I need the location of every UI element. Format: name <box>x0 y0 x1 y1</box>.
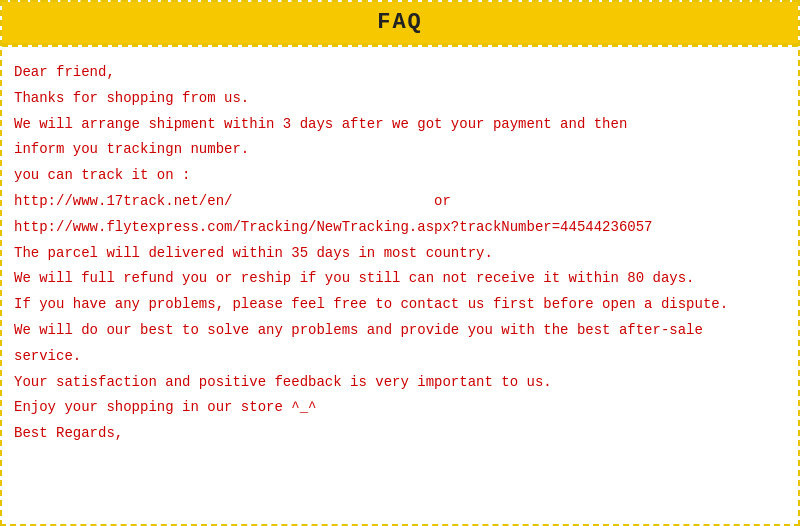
content-area: Dear friend, Thanks for shopping from us… <box>2 47 798 458</box>
line-6: http://www.17track.net/en/ or <box>14 190 786 214</box>
line-8: The parcel will delivered within 35 days… <box>14 242 786 266</box>
line-10: If you have any problems, please feel fr… <box>14 293 786 317</box>
line-14: Enjoy your shopping in our store ^_^ <box>14 396 786 420</box>
line-4: inform you trackingn number. <box>14 138 786 162</box>
line-7: http://www.flytexpress.com/Tracking/NewT… <box>14 216 786 240</box>
line-3: We will arrange shipment within 3 days a… <box>14 113 786 137</box>
line-15: Best Regards, <box>14 422 786 446</box>
line-1: Dear friend, <box>14 61 786 85</box>
header-area: FAQ <box>2 2 798 45</box>
line-11: We will do our best to solve any problem… <box>14 319 786 343</box>
line-12: service. <box>14 345 786 369</box>
faq-title: FAQ <box>377 10 423 35</box>
line-2: Thanks for shopping from us. <box>14 87 786 111</box>
line-13: Your satisfaction and positive feedback … <box>14 371 786 395</box>
line-5: you can track it on : <box>14 164 786 188</box>
line-9: We will full refund you or reship if you… <box>14 267 786 291</box>
page-container: FAQ Dear friend, Thanks for shopping fro… <box>0 0 800 526</box>
